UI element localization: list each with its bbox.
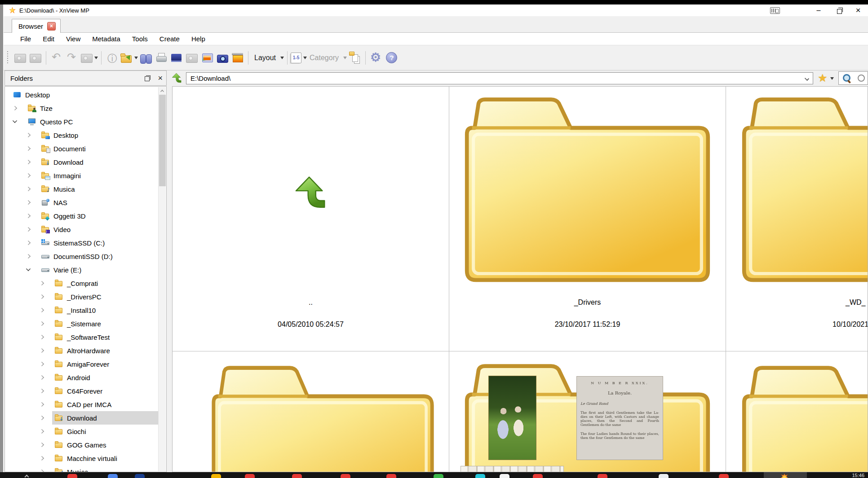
move-image-button[interactable]	[80, 50, 98, 66]
expander-right-icon[interactable]	[40, 281, 44, 285]
menu-item-tools[interactable]: Tools	[126, 33, 154, 44]
tree-item-nas[interactable]: NAS	[5, 196, 158, 209]
menu-item-create[interactable]: Create	[154, 33, 186, 44]
taskbar-app-icon[interactable]	[386, 474, 396, 478]
settings-button[interactable]	[369, 50, 384, 66]
thumbnail-size-button[interactable]: 1-5	[291, 50, 307, 66]
taskbar-app-icon[interactable]	[67, 474, 77, 478]
tab-browser[interactable]: Browser	[12, 19, 61, 33]
open-folder-button[interactable]	[120, 50, 138, 66]
expander-right-icon[interactable]	[26, 160, 31, 164]
expander-right-icon[interactable]	[26, 214, 31, 218]
expander-right-icon[interactable]	[40, 362, 44, 366]
parent-dir-tile[interactable]: ..04/05/2010 05:24:57	[173, 87, 449, 351]
tree-item-c64forever[interactable]: C64Forever	[5, 384, 158, 398]
tree-item-desktop[interactable]: Desktop	[5, 88, 158, 101]
open-folder-dropdown-icon[interactable]	[134, 57, 138, 61]
tree-item-questo-pc[interactable]: Questo PC	[5, 115, 158, 128]
menu-item-edit[interactable]: Edit	[37, 33, 60, 44]
restore-button[interactable]	[828, 4, 848, 16]
tree-item-tize[interactable]: Tize	[5, 101, 158, 115]
category-tree-button[interactable]	[347, 50, 362, 66]
expander-right-icon[interactable]	[26, 254, 31, 259]
taskbar-app-icon[interactable]	[475, 474, 485, 478]
scrollbar-up-icon[interactable]	[160, 90, 164, 93]
expander-right-icon[interactable]	[40, 402, 44, 407]
expander-down-icon[interactable]	[26, 267, 31, 271]
path-input[interactable]	[186, 72, 813, 84]
expander-right-icon[interactable]	[26, 146, 31, 151]
favorites-button[interactable]	[818, 73, 834, 83]
tree-item-desktop[interactable]: Desktop	[5, 128, 158, 142]
tree-item-immagini[interactable]: Immagini	[5, 169, 158, 182]
expander-right-icon[interactable]	[40, 348, 44, 353]
taskbar-app-icon[interactable]	[245, 474, 255, 478]
path-combo[interactable]	[186, 72, 813, 84]
expander-right-icon[interactable]	[40, 429, 44, 434]
move-image-dropdown-icon[interactable]	[94, 57, 98, 61]
export-image-button[interactable]	[199, 50, 214, 66]
go-up-button[interactable]	[170, 71, 184, 85]
expander-right-icon[interactable]	[40, 294, 44, 299]
tree-item-musica[interactable]: Musica	[5, 465, 158, 472]
layout-button[interactable]: Layout	[252, 50, 284, 66]
tree-item-download[interactable]: Download	[5, 155, 158, 169]
taskbar-app-icon[interactable]	[135, 474, 145, 478]
copy-button[interactable]	[184, 50, 199, 66]
expander-right-icon[interactable]	[40, 321, 44, 326]
expander-right-icon[interactable]	[40, 375, 44, 380]
tree-item-oggetti-3d[interactable]: Oggetti 3D	[5, 209, 158, 223]
expander-right-icon[interactable]	[40, 443, 44, 447]
expander-right-icon[interactable]	[13, 106, 17, 110]
scrollbar-thumb[interactable]	[159, 95, 166, 186]
fit-image-button[interactable]	[27, 50, 43, 66]
tree-item-sistemassd-c[interactable]: SistemaSSD (C:)	[5, 236, 158, 250]
taskbar-app-icon[interactable]	[211, 474, 221, 478]
expander-right-icon[interactable]	[40, 389, 44, 393]
keyboard-layout-icon[interactable]	[770, 7, 780, 14]
category-dropdown-icon[interactable]	[343, 57, 347, 61]
layout-dropdown-icon[interactable]	[280, 57, 284, 61]
tree-item-varie-e[interactable]: Varie (E:)	[5, 263, 158, 276]
taskbar-app-icon[interactable]	[598, 474, 607, 478]
tree-item-driverspc[interactable]: _DriversPC	[5, 290, 158, 303]
taskbar-app-icon[interactable]	[434, 474, 443, 478]
tree-item-documenti[interactable]: Documenti	[5, 142, 158, 155]
tree-item-softwaretest[interactable]: _SoftwareTest	[5, 330, 158, 344]
tree-item-install10[interactable]: _Install10	[5, 303, 158, 317]
rotate-right-button[interactable]	[65, 50, 80, 66]
minimize-button[interactable]	[809, 4, 828, 16]
panel-float-icon[interactable]	[145, 75, 151, 81]
search-box[interactable]	[838, 71, 868, 85]
folder-tile[interactable]	[173, 351, 449, 472]
expander-right-icon[interactable]	[26, 241, 31, 245]
tree-item-android[interactable]: Android	[5, 371, 158, 384]
folder-tile-wd[interactable]: _WD_10/10/2021	[726, 87, 868, 351]
tree-item-giochi[interactable]: Giochi	[5, 425, 158, 438]
expander-right-icon[interactable]	[40, 308, 44, 312]
print-button[interactable]	[153, 50, 168, 66]
capture-button[interactable]	[214, 50, 230, 66]
taskbar-app-icon[interactable]	[719, 474, 729, 478]
tree-item-documentissd-d[interactable]: DocumentiSSD (D:)	[5, 250, 158, 263]
toolbar-drag-handle[interactable]	[7, 51, 9, 65]
expander-right-icon[interactable]	[40, 335, 44, 339]
favorites-dropdown-icon[interactable]	[830, 77, 834, 82]
tree-item-comprati[interactable]: _Comprati	[5, 276, 158, 290]
slideshow-button[interactable]	[168, 50, 184, 66]
tree-item-musica[interactable]: Musica	[5, 182, 158, 196]
menu-item-metadata[interactable]: Metadata	[86, 33, 126, 44]
folder-tile-drivers[interactable]: _Drivers23/10/2017 11:52:19	[449, 87, 726, 351]
taskbar-app-icon[interactable]	[533, 474, 543, 478]
tree-item-altrohardware[interactable]: AltroHardware	[5, 344, 158, 357]
expander-right-icon[interactable]	[40, 416, 44, 420]
taskbar-app-icon[interactable]	[500, 474, 509, 478]
image-viewer-button[interactable]	[12, 50, 27, 66]
tab-close-icon[interactable]	[47, 22, 56, 31]
category-button[interactable]: Category	[307, 50, 347, 66]
expander-right-icon[interactable]	[26, 173, 31, 178]
expander-right-icon[interactable]	[26, 227, 31, 232]
info-button[interactable]	[105, 50, 120, 66]
folder-tile[interactable]: N U M B E R XXIX.La Royale.Le Grand Rond…	[449, 351, 726, 472]
taskbar-app-icon[interactable]	[108, 474, 118, 478]
